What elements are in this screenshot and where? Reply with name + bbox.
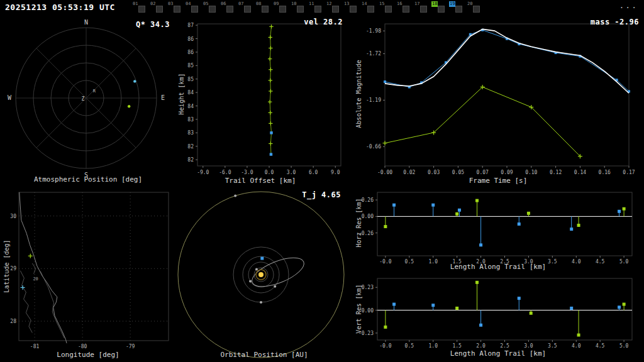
mass-readout: mass -2.96 bbox=[503, 18, 639, 26]
frame-thumbnail-09[interactable]: 09 bbox=[273, 1, 291, 15]
frame-image-thumb[interactable] bbox=[156, 6, 163, 13]
frame-thumbnail-12[interactable]: 12 bbox=[326, 1, 343, 15]
frame-thumbnail-07[interactable]: 07 bbox=[238, 1, 255, 15]
frame-number: 06 bbox=[220, 1, 226, 7]
frame-thumbnail-19[interactable]: 19 bbox=[449, 1, 467, 15]
frame-image-thumb[interactable] bbox=[297, 6, 304, 13]
frame-thumbnail-01[interactable]: 01 bbox=[132, 1, 150, 15]
magnitude-ylabel: Absolute Magnitude bbox=[355, 60, 362, 129]
frame-thumbnail-18[interactable]: 18 bbox=[431, 1, 449, 15]
trail-ylabel: Height [km] bbox=[178, 69, 185, 119]
frame-thumbnail-17[interactable]: 17 bbox=[414, 1, 431, 15]
svg-text:0.0: 0.0 bbox=[265, 170, 274, 175]
frame-number: 08 bbox=[255, 1, 262, 7]
svg-text:0.07: 0.07 bbox=[477, 170, 489, 175]
frame-image-thumb[interactable] bbox=[209, 6, 216, 13]
svg-text:Z: Z bbox=[82, 96, 85, 102]
frame-thumbnail-14[interactable]: 14 bbox=[361, 1, 379, 15]
planet-dot-earth bbox=[274, 285, 276, 288]
svg-text:86: 86 bbox=[187, 36, 194, 42]
frame-number: 17 bbox=[414, 1, 420, 7]
svg-text:85: 85 bbox=[187, 63, 194, 69]
frame-thumbnail-04[interactable]: 04 bbox=[185, 1, 203, 15]
planet-dot-mars bbox=[260, 301, 262, 304]
frame-image-thumb[interactable] bbox=[174, 6, 180, 13]
frame-image-thumb[interactable] bbox=[314, 6, 321, 13]
observation-point bbox=[128, 105, 130, 107]
frame-thumbnail-10[interactable]: 10 bbox=[291, 1, 308, 15]
frame-number: 02 bbox=[150, 1, 156, 7]
frame-thumbnail-16[interactable]: 16 bbox=[396, 1, 414, 15]
frame-thumbnail-06[interactable]: 06 bbox=[220, 1, 238, 15]
frame-image-thumb[interactable] bbox=[191, 6, 198, 13]
frame-thumbnail-05[interactable]: 05 bbox=[203, 1, 220, 15]
svg-text:E: E bbox=[161, 94, 165, 101]
svg-text:84: 84 bbox=[187, 104, 194, 109]
sun bbox=[258, 272, 264, 277]
map-xlabel: Longitude [deg] bbox=[0, 351, 176, 359]
frame-number: 16 bbox=[396, 1, 402, 7]
svg-text:4.0: 4.0 bbox=[572, 343, 581, 349]
frame-number: 09 bbox=[273, 1, 279, 7]
svg-text:3.5: 3.5 bbox=[548, 343, 557, 349]
frame-number: 12 bbox=[326, 1, 332, 7]
orbital-position-plot bbox=[176, 186, 352, 362]
svg-text:30: 30 bbox=[10, 214, 16, 219]
frame-image-thumb[interactable] bbox=[420, 6, 427, 13]
frame-image-thumb[interactable] bbox=[473, 6, 480, 13]
map-ylabel: Latitude [deg] bbox=[3, 238, 10, 295]
svg-text:0.12: 0.12 bbox=[550, 170, 562, 175]
frame-image-thumb[interactable] bbox=[244, 6, 251, 13]
frame-image-thumb[interactable] bbox=[350, 6, 357, 13]
overflow-menu-button[interactable]: ... bbox=[619, 1, 638, 10]
coastline bbox=[19, 192, 67, 343]
frame-number: 01 bbox=[132, 1, 138, 7]
svg-text:-6.0: -6.0 bbox=[219, 170, 231, 175]
svg-text:82: 82 bbox=[187, 157, 194, 163]
svg-text:R: R bbox=[93, 89, 96, 94]
frame-thumbnail-11[interactable]: 11 bbox=[308, 1, 326, 15]
frame-number: 11 bbox=[308, 1, 314, 7]
light-curve-chart: -0.000.020.030.050.070.090.100.120.140.1… bbox=[366, 24, 635, 175]
frame-image-thumb[interactable] bbox=[138, 6, 145, 13]
svg-text:0.05: 0.05 bbox=[452, 170, 464, 175]
svg-text:2.5: 2.5 bbox=[500, 343, 509, 349]
orbit-chart bbox=[178, 192, 344, 358]
frame-image-thumb[interactable] bbox=[402, 6, 409, 13]
frame-image-thumb[interactable] bbox=[279, 6, 286, 13]
svg-text:4.5: 4.5 bbox=[596, 343, 605, 349]
svg-text:0.00: 0.00 bbox=[362, 308, 374, 314]
tisserand-readout: T_j 4.65 bbox=[208, 190, 341, 199]
frame-image-thumb[interactable] bbox=[226, 6, 233, 13]
polar-grid: NSEWZR bbox=[8, 19, 165, 178]
frame-number: 15 bbox=[379, 1, 385, 7]
frame-number: 10 bbox=[291, 1, 297, 7]
river-line bbox=[20, 271, 32, 333]
svg-text:0.14: 0.14 bbox=[574, 170, 586, 175]
svg-text:-79: -79 bbox=[126, 344, 135, 349]
svg-text:0.09: 0.09 bbox=[501, 170, 513, 175]
svg-text:0.16: 0.16 bbox=[599, 170, 611, 175]
frame-image-thumb[interactable] bbox=[332, 6, 339, 13]
horz-res-ylabel: Horz Res [km] bbox=[355, 195, 362, 251]
frame-image-thumb[interactable] bbox=[262, 6, 269, 13]
trail-chart: -9.0-6.0-3.00.03.06.09.08786868585848483… bbox=[187, 23, 341, 175]
polar-caption: Atmospheric Position [deg] bbox=[0, 175, 176, 184]
velocity-readout: vel 28.2 bbox=[208, 18, 343, 26]
frame-thumbnail-13[interactable]: 13 bbox=[343, 1, 361, 15]
svg-text:-9.0: -9.0 bbox=[197, 170, 209, 175]
horizontal-residuals-chart: -0.00.51.01.52.02.53.03.54.04.55.00.260.… bbox=[358, 192, 632, 265]
frame-thumbnail-08[interactable]: 08 bbox=[255, 1, 273, 15]
frame-image-thumb[interactable] bbox=[455, 6, 462, 13]
frame-image-thumb[interactable] bbox=[438, 6, 445, 13]
frame-thumbnail-15[interactable]: 15 bbox=[379, 1, 396, 15]
frame-thumbnail-03[interactable]: 03 bbox=[167, 1, 185, 15]
frame-image-thumb[interactable] bbox=[385, 6, 392, 13]
frame-image-thumb[interactable] bbox=[367, 6, 374, 13]
svg-text:83: 83 bbox=[187, 117, 194, 123]
svg-text:28: 28 bbox=[10, 319, 16, 324]
frame-thumbnail-02[interactable]: 02 bbox=[150, 1, 167, 15]
svg-text:-0.66: -0.66 bbox=[366, 144, 381, 150]
frame-thumbnail-20[interactable]: 20 bbox=[467, 1, 484, 15]
svg-text:-80: -80 bbox=[78, 344, 87, 349]
